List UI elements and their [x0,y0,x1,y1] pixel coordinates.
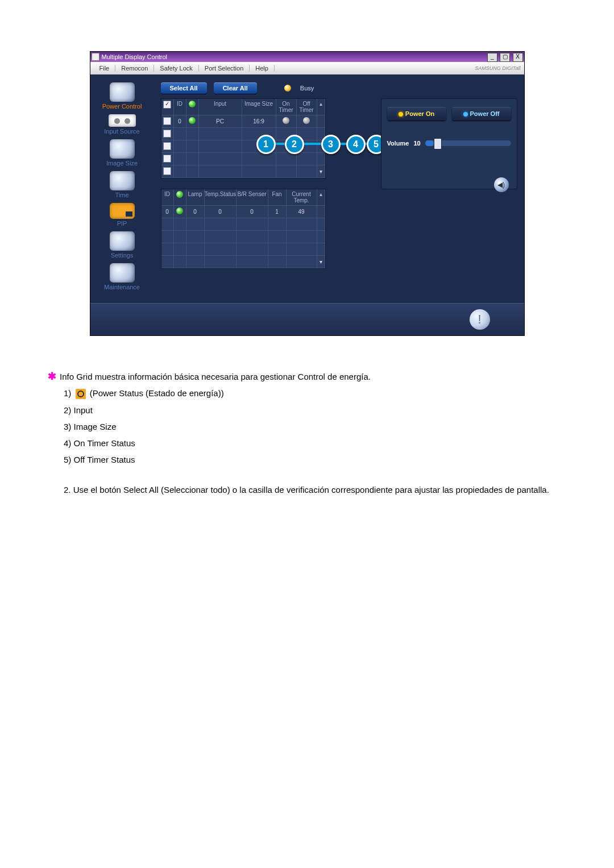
callout-4: 4 [346,135,366,154]
sidebar-item-time[interactable]: Time [90,171,154,198]
alert-icon: ! [470,309,490,330]
menu-remocon[interactable]: Remocon [115,65,154,72]
wrench-icon [110,263,135,283]
info-grid-bottom: ID Lamp Temp.Status B/R Senser Fan Curre… [161,189,326,269]
volume-value: 10 [413,140,420,147]
power-led-icon [176,207,183,214]
col-image-size: Image Size [242,99,276,115]
header-checkbox[interactable] [163,101,171,109]
scrollbar-up[interactable]: ▴ [317,99,325,115]
window-title: Multiple Display Control [102,53,487,60]
power-status-inline-icon [76,389,86,399]
busy-label: Busy [300,85,314,92]
col-power-status [186,99,199,115]
clear-all-button[interactable]: Clear All [214,82,257,94]
power-on-button[interactable]: Power On [387,107,446,121]
sidebar-item-label: PIP [117,220,127,227]
power-off-button[interactable]: Power Off [452,107,511,121]
sidebar-item-settings[interactable]: Settings [90,231,154,259]
doc-li3: 3) Image Size [64,420,566,433]
menu-port-selection[interactable]: Port Selection [199,65,250,72]
cell-id: 0 [161,206,174,218]
cell-lamp: 0 [186,206,205,218]
clock-icon [110,171,135,190]
callout-2: 2 [285,135,304,154]
col-lamp: Lamp [186,189,205,206]
cell-id: 0 [174,115,186,128]
cell-temp-status: 0 [205,206,237,218]
col-current-temp: Current Temp. [287,189,317,206]
off-timer-led-icon [303,117,310,124]
col-id: ID [161,189,174,206]
scrollbar-down[interactable]: ▾ [317,256,325,268]
doc-li4: 4) On Timer Status [64,437,566,450]
pip-icon [110,203,135,219]
cell-br-sensor: 0 [237,206,268,218]
status-bar: ! [90,303,524,335]
sidebar-item-label: Time [115,192,128,198]
sidebar-item-pip[interactable]: PIP [90,203,154,227]
col-input: Input [199,99,242,115]
maximize-button[interactable]: ▢ [500,53,510,62]
power-icon [110,82,135,102]
row-checkbox[interactable] [163,117,171,125]
scrollbar-down[interactable]: ▾ [317,165,325,178]
power-status-icon [176,191,183,198]
col-on-timer: On Timer [276,99,297,115]
cell-image-size: 16:9 [242,115,276,128]
menu-file[interactable]: File [94,65,116,72]
col-off-timer: Off Timer [297,99,317,115]
cell-fan: 1 [268,206,287,218]
sidebar-item-label: Power Control [102,103,142,110]
app-screenshot: Multiple Display Control _ ▢ X File Remo… [90,51,525,336]
menubar: File Remocon Safety Lock Port Selection … [90,62,524,74]
volume-label: Volume [387,140,409,147]
power-led-icon [189,117,196,124]
sidebar-item-label: Maintenance [104,284,140,290]
window-titlebar: Multiple Display Control _ ▢ X [90,52,524,62]
table-row[interactable]: 0 PC 16:9 [161,115,325,128]
table-row[interactable]: 0 0 0 0 1 49 [161,206,325,218]
minimize-button[interactable]: _ [487,53,497,62]
select-all-button[interactable]: Select All [161,82,207,94]
callout-1: 1 [256,135,276,154]
busy-indicator-icon [284,85,291,92]
sidebar-item-label: Settings [111,252,134,259]
menu-safety-lock[interactable]: Safety Lock [154,65,198,72]
scrollbar-up[interactable]: ▴ [317,189,325,206]
col-fan: Fan [268,189,287,206]
on-timer-led-icon [283,117,289,124]
cell-input: PC [199,115,242,128]
sidebar-item-label: Image Size [106,160,138,167]
gear-icon [110,231,135,251]
volume-slider[interactable] [425,140,511,146]
tape-icon [109,114,136,127]
sidebar-item-maintenance[interactable]: Maintenance [90,263,154,290]
power-panel: Power On Power Off Volume 10 ◀) [381,98,517,189]
doc-li2: 2) Input [64,404,566,417]
sidebar-item-image-size[interactable]: Image Size [90,139,154,167]
doc-intro: Info Grid muestra información básica nec… [60,372,371,381]
col-temp-status: Temp.Status [205,189,237,206]
speaker-icon: ◀) [494,177,509,192]
star-icon: ✱ [48,369,56,385]
image-size-icon [110,139,135,159]
close-button[interactable]: X [513,53,523,62]
app-icon [92,53,99,61]
sidebar: Power Control Input Source Image Size Ti… [90,74,154,303]
power-status-icon [189,101,196,107]
menu-help[interactable]: Help [250,65,275,72]
col-br-sensor: B/R Senser [237,189,268,206]
doc-p2: 2. Use el botón Select All (Seleccionar … [64,483,566,496]
doc-text: ✱Info Grid muestra información básica ne… [33,370,581,496]
callout-3: 3 [321,135,341,154]
sidebar-item-label: Input Source [104,128,139,135]
sidebar-item-input-source[interactable]: Input Source [90,114,154,135]
doc-li5: 5) Off Timer Status [64,453,566,466]
main-area: Select All Clear All Busy ID [154,74,524,303]
col-id: ID [174,99,186,115]
brand-logo: SAMSUNG DIGITall [475,65,520,71]
sidebar-item-power-control[interactable]: Power Control [90,82,154,110]
cell-current-temp: 49 [287,206,317,218]
